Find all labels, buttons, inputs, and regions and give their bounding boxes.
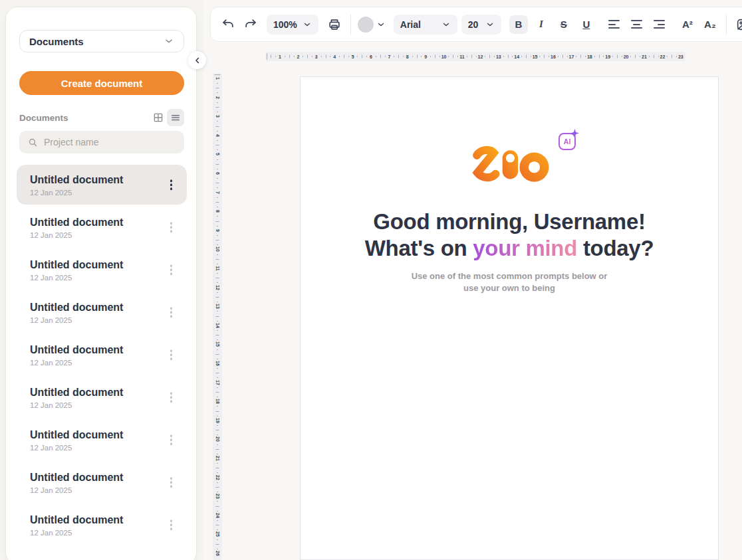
ruler-tick (217, 425, 218, 426)
item-menu-button[interactable] (168, 219, 176, 235)
search-input[interactable] (44, 137, 164, 147)
ruler-tick (275, 56, 276, 57)
greeting-heading: Good morning, Username! What's on your m… (301, 209, 718, 262)
font-size-dropdown[interactable]: 20 (461, 15, 501, 35)
documents-section-label: Documents (19, 113, 150, 123)
document-list-item[interactable]: Untitled document 12 Jan 2025 (17, 420, 187, 460)
list-view-button[interactable] (167, 109, 184, 126)
ruler-number: 7 (215, 191, 220, 194)
ruler-number: 18 (215, 399, 220, 404)
align-center-icon (631, 20, 642, 29)
underline-button[interactable]: U (577, 15, 596, 34)
ruler-tick (217, 197, 218, 198)
ruler-number: 5 (352, 54, 354, 59)
ruler-tick (217, 226, 218, 227)
document-list-item[interactable]: Untitled document 12 Jan 2025 (17, 335, 187, 375)
ruler-tick (216, 506, 219, 507)
ruler-tick (658, 56, 659, 57)
document-list-item[interactable]: Untitled document 12 Jan 2025 (17, 250, 187, 290)
vertical-ruler[interactable]: 1234567891011121314151617181920212223242… (213, 73, 222, 560)
document-list-item[interactable]: Untitled document 12 Jan 2025 (17, 462, 187, 502)
search-box[interactable] (19, 131, 184, 153)
ruler-tick (594, 56, 595, 57)
ruler-tick (217, 131, 218, 132)
ruler-number: 8 (406, 54, 409, 59)
ruler-tick (217, 368, 218, 369)
ruler-tick (521, 56, 522, 57)
item-menu-button[interactable] (168, 347, 176, 363)
ruler-number: 11 (215, 266, 220, 270)
ruler-tick (476, 56, 477, 57)
item-menu-button[interactable] (168, 262, 176, 278)
chevron-down-icon (441, 20, 451, 29)
ruler-number: 12 (477, 54, 483, 59)
superscript-button[interactable]: A² (678, 15, 697, 34)
align-left-button[interactable] (605, 15, 624, 34)
ruler-number: 25 (215, 531, 220, 537)
ruler-tick (285, 56, 285, 57)
horizontal-ruler[interactable]: 1234567891011121314151617181920212223 (265, 52, 685, 61)
ruler-tick (294, 56, 295, 57)
item-menu-button[interactable] (168, 304, 176, 320)
undo-button[interactable] (219, 15, 237, 34)
workspace-dropdown[interactable]: Documents (19, 30, 184, 52)
ruler-tick (217, 292, 218, 293)
print-button[interactable] (325, 15, 344, 34)
document-title: Untitled document (30, 301, 158, 314)
greeting-highlight: your mind (473, 236, 577, 260)
create-document-button[interactable]: Create document (19, 71, 184, 95)
ruler-number: 7 (388, 54, 390, 59)
item-menu-button[interactable] (168, 177, 176, 193)
strikethrough-button[interactable]: S (555, 15, 573, 34)
zio-logo-icon (468, 143, 551, 183)
document-date: 12 Jan 2025 (30, 359, 158, 367)
ruler-tick (217, 511, 218, 512)
zoom-dropdown[interactable]: 100% (267, 15, 318, 35)
document-list-item[interactable]: Untitled document 12 Jan 2025 (17, 377, 187, 417)
zoom-value: 100% (273, 19, 297, 30)
document-list-item[interactable]: Untitled document 12 Jan 2025 (17, 292, 187, 332)
chevron-down-icon (303, 20, 312, 29)
subscript-button[interactable]: A₂ (701, 15, 719, 34)
ruler-number: 11 (459, 54, 464, 59)
document-list-item[interactable]: Untitled document 12 Jan 2025 (17, 505, 187, 545)
align-center-button[interactable] (628, 15, 646, 34)
ruler-tick (216, 430, 219, 430)
undo-icon (221, 17, 235, 32)
ruler-number: 23 (678, 54, 683, 59)
ruler-tick (217, 149, 218, 150)
item-menu-button[interactable] (168, 389, 176, 405)
document-list-item[interactable]: Untitled document 12 Jan 2025 (17, 165, 187, 205)
redo-icon (243, 17, 258, 32)
grid-view-button[interactable] (150, 109, 167, 126)
ruler-tick (216, 373, 219, 373)
ruler-number: 5 (215, 153, 220, 155)
ruler-number: 15 (215, 341, 220, 347)
document-date: 12 Jan 2025 (30, 444, 158, 452)
ruler-tick (217, 387, 218, 388)
ruler-number: 26 (215, 551, 220, 556)
item-menu-button[interactable] (168, 517, 176, 533)
ruler-tick (216, 354, 219, 355)
italic-button[interactable]: I (532, 15, 551, 34)
ruler-number: 6 (370, 54, 372, 59)
item-menu-button[interactable] (168, 474, 176, 490)
ruler-tick (539, 56, 540, 57)
color-picker-dropdown[interactable] (358, 17, 386, 33)
ruler-tick (217, 216, 218, 217)
font-family-dropdown[interactable]: Arial (394, 15, 457, 35)
redo-button[interactable] (241, 15, 260, 34)
ruler-tick (217, 330, 218, 331)
document-canvas[interactable]: AI Good morning, Username! What's on you… (300, 76, 719, 560)
item-menu-button[interactable] (168, 432, 176, 448)
ai-badge: AI (558, 133, 576, 150)
ruler-tick (217, 359, 218, 359)
ruler-tick (567, 56, 568, 57)
insert-image-button[interactable] (733, 15, 742, 34)
ruler-tick (217, 529, 218, 530)
bold-button[interactable]: B (509, 15, 528, 34)
align-right-button[interactable] (650, 15, 669, 34)
document-list-item[interactable]: Untitled document 12 Jan 2025 (17, 207, 187, 247)
sidebar-collapse-button[interactable] (188, 51, 206, 69)
ruler-tick (216, 145, 219, 145)
